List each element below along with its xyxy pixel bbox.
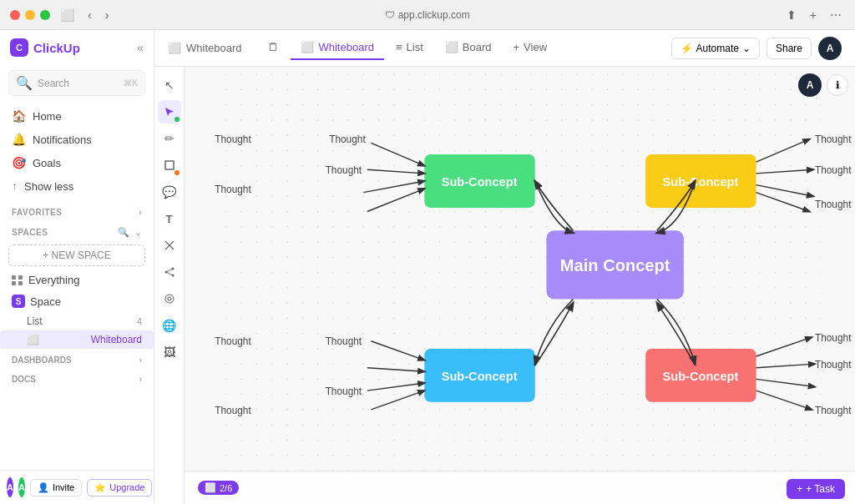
spaces-section: SPACES 🔍 ⌄ [0, 220, 154, 241]
content-area: ⬜ Whiteboard 🗒 ⬜ Whiteboard ≡ List ⬜ Boa… [154, 30, 855, 504]
thought-tr1: Thought [815, 134, 852, 145]
maximize-button[interactable] [40, 10, 50, 20]
svg-line-5 [166, 272, 173, 275]
dashboards-label: DASHBOARDS [12, 355, 72, 365]
add-task-button[interactable]: + + Task [787, 479, 845, 499]
new-space-label: + NEW SPACE [43, 249, 110, 261]
whiteboard-badge-icon: ⬜ [205, 482, 216, 493]
share-icon[interactable]: ⬆ [783, 7, 800, 23]
search-spaces-button[interactable]: 🔍 [118, 227, 129, 238]
automate-button[interactable]: ⚡ Automate ⌄ [671, 38, 760, 59]
list-item[interactable]: List 4 [0, 312, 154, 330]
home-icon: 🏠 [12, 109, 26, 123]
forward-button[interactable]: › [102, 7, 113, 23]
invite-button[interactable]: 👤 Invite [30, 479, 82, 496]
favorites-section: FAVORITES › [0, 201, 154, 220]
thought-tl2: Thought [326, 164, 362, 176]
tool-select-button[interactable] [158, 100, 181, 123]
thought-tr3: Thought [815, 199, 852, 210]
search-shortcut: ⌘K [124, 78, 138, 88]
tool-shape-button[interactable] [158, 154, 181, 177]
share-button[interactable]: Share [766, 38, 812, 59]
tool-comment-button[interactable]: 💬 [158, 180, 181, 204]
whiteboard-label: Whiteboard [91, 334, 142, 345]
list-tab-label: List [407, 41, 423, 53]
app-layout: C ClickUp « 🔍 Search ⌘K 🏠 Home 🔔 Notific… [0, 30, 855, 504]
bottom-left: ⬜ 2/6 [198, 481, 239, 495]
plus-view-icon: + [514, 41, 520, 53]
thought-tr2: Thought [815, 164, 852, 176]
grid-icon [12, 275, 23, 285]
tool-pen-button[interactable]: ✏ [158, 127, 181, 150]
nav-item-notifications[interactable]: 🔔 Notifications [0, 128, 154, 151]
shape-dot [175, 170, 180, 175]
tool-text-button[interactable]: T [158, 207, 181, 230]
tab-view[interactable]: + View [503, 36, 558, 60]
whiteboard-container: ↖ ✏ 💬 T [154, 67, 855, 504]
tool-embed-button[interactable]: 🌐 [158, 314, 181, 337]
canvas-top-right: A ℹ [798, 73, 848, 97]
minimize-button[interactable] [25, 10, 35, 20]
thought-br1: Thought [815, 332, 852, 344]
new-tab-icon[interactable]: + [807, 7, 820, 23]
titlebar-right: ⬆ + ⋯ [783, 7, 845, 23]
tab-whiteboard[interactable]: ⬜ Whiteboard [291, 36, 383, 60]
info-button[interactable]: ℹ [827, 74, 848, 96]
share-label: Share [776, 43, 802, 54]
main-concept-text: Main Concept [560, 256, 670, 275]
target-icon: 🎯 [12, 156, 26, 169]
everything-item[interactable]: Everything [0, 270, 154, 290]
shield-icon: 🛡 [385, 9, 395, 21]
nav-item-show-less[interactable]: ↑ Show less [0, 174, 154, 198]
tab-list[interactable]: ≡ List [386, 36, 433, 60]
svg-rect-0 [165, 161, 174, 169]
breadcrumb-icon: ⬜ [168, 42, 181, 54]
user-avatar-bottom: A [7, 477, 13, 497]
list-label: List [27, 315, 43, 327]
titlebar: ⬜ ‹ › 🛡 app.clickup.com ⬆ + ⋯ [0, 0, 855, 30]
tab-whiteboard-icon[interactable]: 🗒 [258, 36, 289, 60]
tool-network-button[interactable] [158, 287, 181, 310]
nav-item-goals[interactable]: 🎯 Goals [0, 151, 154, 174]
thought-cut1: Thought [215, 134, 251, 145]
upgrade-label: Upgrade [109, 482, 144, 492]
user-avatar-green: A [18, 477, 25, 497]
whiteboard-tab-icon2: ⬜ [301, 41, 314, 53]
canvas-avatar: A [798, 73, 822, 97]
svg-rect-9 [219, 67, 821, 471]
space-item[interactable]: S Space [0, 290, 154, 312]
new-space-button[interactable]: + NEW SPACE [8, 244, 145, 266]
nav-items: 🏠 Home 🔔 Notifications 🎯 Goals ↑ Show le… [0, 101, 154, 201]
tab-board[interactable]: ⬜ Board [435, 36, 502, 60]
tool-image-button[interactable]: 🖼 [158, 340, 181, 364]
logo: C ClickUp [10, 38, 80, 57]
bell-icon: 🔔 [12, 133, 26, 146]
tool-connector-button[interactable] [158, 234, 181, 257]
logo-text: ClickUp [33, 41, 80, 55]
board-tab-label: Board [463, 41, 492, 53]
nav-item-home[interactable]: 🏠 Home [0, 104, 154, 128]
url-bar[interactable]: 🛡 app.clickup.com [385, 9, 469, 21]
sidebar-collapse-button[interactable]: « [137, 41, 144, 54]
svg-line-4 [166, 269, 173, 272]
thought-br2: Thought [815, 359, 852, 370]
dashboards-section[interactable]: DASHBOARDS › [0, 349, 154, 368]
sidebar-bottom: A A 👤 Invite ⭐ Upgrade ? [0, 470, 154, 504]
tool-arrow-button[interactable]: ↖ [158, 73, 181, 97]
more-spaces-button[interactable]: ⌄ [134, 227, 142, 238]
task-label: + Task [806, 483, 835, 495]
search-bar[interactable]: 🔍 Search ⌘K [8, 70, 145, 96]
docs-section[interactable]: DOCS › [0, 368, 154, 387]
sidebar-toggle-icon[interactable]: ⬜ [57, 7, 78, 23]
space-avatar: S [12, 295, 25, 308]
more-icon[interactable]: ⋯ [827, 7, 845, 23]
top-bar-right: ⚡ Automate ⌄ Share A [671, 37, 842, 60]
automate-chevron: ⌄ [742, 43, 751, 54]
back-button[interactable]: ‹ [84, 7, 95, 23]
whiteboard-item[interactable]: ⬜ Whiteboard [0, 330, 154, 349]
close-button[interactable] [10, 10, 20, 20]
upgrade-button[interactable]: ⭐ Upgrade [87, 479, 152, 496]
spaces-label: SPACES [12, 228, 48, 237]
bottom-toolbar: ⬜ 2/6 + |←→| + + Task [185, 471, 855, 504]
tool-share-button[interactable] [158, 260, 181, 284]
